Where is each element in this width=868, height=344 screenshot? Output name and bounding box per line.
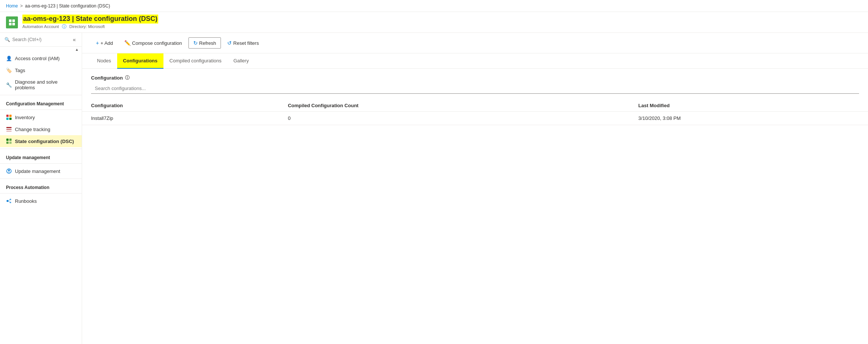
cell-last-modified: 3/10/2020, 3:08 PM <box>630 112 868 125</box>
svg-rect-3 <box>12 23 15 25</box>
tab-compiled-configurations[interactable]: Compiled configurations <box>163 53 227 69</box>
section-label-config-management: Configuration Management <box>0 97 82 108</box>
sidebar-item-update-management[interactable]: Update management <box>0 165 82 177</box>
sidebar-divider-5 <box>0 179 82 179</box>
column-header-configuration: Configuration <box>82 100 279 112</box>
add-button[interactable]: + + Add <box>91 37 118 49</box>
tab-nodes-label: Nodes <box>97 58 111 63</box>
page-header: aa-oms-eg-123 | State configuration (DSC… <box>0 12 868 33</box>
svg-line-22 <box>9 201 10 202</box>
runbooks-icon <box>6 198 12 204</box>
svg-rect-5 <box>9 115 12 117</box>
reset-icon: ↺ <box>227 40 232 46</box>
filter-info-icon[interactable]: ⓘ <box>125 75 129 81</box>
breadcrumb-home[interactable]: Home <box>6 3 18 9</box>
tab-gallery-label: Gallery <box>233 58 249 63</box>
svg-rect-7 <box>9 118 12 120</box>
sidebar-item-label: Diagnose and solve problems <box>15 79 76 90</box>
sidebar-item-tags[interactable]: 🏷️ Tags <box>0 64 82 76</box>
tab-configurations[interactable]: Configurations <box>117 53 163 69</box>
sidebar-item-state-configuration[interactable]: State configuration (DSC) <box>0 135 82 147</box>
table-row[interactable]: Install7Zip 0 3/10/2020, 3:08 PM <box>82 112 868 125</box>
main-layout: 🔍 « ▲ 👤 Access control (IAM) 🏷️ Tags 🔧 D… <box>0 33 868 344</box>
toolbar: + + Add ✏️ Compose configuration ↻ Refre… <box>82 33 868 53</box>
sidebar-divider-2 <box>0 109 82 110</box>
cell-configuration: Install7Zip <box>82 112 279 125</box>
compose-configuration-button[interactable]: ✏️ Compose configuration <box>119 37 187 49</box>
tag-icon: 🏷️ <box>6 67 12 73</box>
cell-compiled-count: 0 <box>279 112 629 125</box>
tab-gallery[interactable]: Gallery <box>227 53 255 69</box>
add-button-label: + Add <box>100 40 113 46</box>
sidebar-item-access-control[interactable]: 👤 Access control (IAM) <box>0 52 82 64</box>
svg-line-21 <box>9 200 10 201</box>
filter-search-input[interactable] <box>91 83 859 94</box>
refresh-button-label: Refresh <box>199 40 216 46</box>
info-icon[interactable]: ⓘ <box>62 24 66 30</box>
svg-rect-16 <box>8 170 10 171</box>
header-subtitle: Automation Account ⓘ Directory: Microsof… <box>22 24 158 30</box>
svg-rect-9 <box>6 129 12 130</box>
breadcrumb-current: aa-oms-eg-123 | State configuration (DSC… <box>25 3 110 9</box>
table-body: Install7Zip 0 3/10/2020, 3:08 PM <box>82 112 868 125</box>
svg-point-18 <box>7 200 9 202</box>
table-header: Configuration Compiled Configuration Cou… <box>82 100 868 112</box>
svg-rect-11 <box>6 139 9 141</box>
sidebar-scroll-indicator: ▲ <box>0 47 82 52</box>
sidebar-item-label: Runbooks <box>15 198 37 204</box>
reset-filters-button[interactable]: ↺ Reset filters <box>222 37 264 49</box>
sidebar-item-label: Update management <box>15 168 60 174</box>
sidebar-item-change-tracking[interactable]: Change tracking <box>0 123 82 135</box>
sidebar: 🔍 « ▲ 👤 Access control (IAM) 🏷️ Tags 🔧 D… <box>0 33 82 344</box>
section-label-process-automation: Process Automation <box>0 180 82 192</box>
compose-button-label: Compose configuration <box>132 40 182 46</box>
sidebar-item-label: Inventory <box>15 115 35 120</box>
sidebar-item-label: State configuration (DSC) <box>15 139 74 144</box>
tab-nodes[interactable]: Nodes <box>91 53 117 69</box>
svg-point-19 <box>10 199 11 200</box>
resource-icon <box>6 16 18 28</box>
person-icon: 👤 <box>6 55 12 61</box>
sidebar-item-label: Tags <box>15 68 25 73</box>
refresh-button[interactable]: ↻ Refresh <box>188 37 221 49</box>
state-config-icon <box>6 138 12 144</box>
sidebar-search-bar[interactable]: 🔍 « <box>0 33 82 47</box>
header-title-group: aa-oms-eg-123 | State configuration (DSC… <box>22 15 158 30</box>
tab-configurations-label: Configurations <box>123 58 157 63</box>
svg-rect-13 <box>6 142 9 144</box>
refresh-icon: ↻ <box>193 40 198 46</box>
svg-rect-2 <box>9 23 12 25</box>
svg-rect-6 <box>6 118 9 120</box>
breadcrumb-bar: Home > aa-oms-eg-123 | State configurati… <box>0 0 868 12</box>
sidebar-item-diagnose[interactable]: 🔧 Diagnose and solve problems <box>0 76 82 93</box>
resource-type-label: Automation Account <box>22 24 59 29</box>
pencil-icon: ✏️ <box>124 40 131 46</box>
search-input[interactable] <box>12 37 69 42</box>
collapse-sidebar-button[interactable]: « <box>71 36 77 43</box>
sidebar-divider-3 <box>0 149 82 149</box>
sidebar-item-label: Access control (IAM) <box>15 56 60 61</box>
column-header-last-modified: Last Modified <box>630 100 868 112</box>
sidebar-item-inventory[interactable]: Inventory <box>0 111 82 123</box>
svg-rect-0 <box>9 19 12 22</box>
sidebar-item-runbooks[interactable]: Runbooks <box>0 195 82 207</box>
tabs-bar: Nodes Configurations Compiled configurat… <box>82 53 868 69</box>
svg-rect-4 <box>6 115 9 117</box>
svg-rect-12 <box>9 139 12 141</box>
dsc-icon <box>8 19 16 26</box>
section-label-update-management: Update management <box>0 151 82 162</box>
filter-section: Configuration ⓘ <box>82 69 868 97</box>
filter-label-text: Configuration <box>91 75 123 81</box>
page-title: aa-oms-eg-123 | State configuration (DSC… <box>22 15 158 23</box>
svg-rect-17 <box>8 171 10 173</box>
content-area: + + Add ✏️ Compose configuration ↻ Refre… <box>82 33 868 344</box>
configurations-table: Configuration Compiled Configuration Cou… <box>82 100 868 125</box>
directory-label: Directory: Microsoft <box>69 24 105 29</box>
update-icon <box>6 168 12 174</box>
svg-rect-14 <box>9 142 12 144</box>
svg-rect-1 <box>12 19 15 22</box>
filter-label: Configuration ⓘ <box>91 75 859 81</box>
table-header-row: Configuration Compiled Configuration Cou… <box>82 100 868 112</box>
add-icon: + <box>96 40 99 46</box>
svg-point-20 <box>10 202 11 203</box>
